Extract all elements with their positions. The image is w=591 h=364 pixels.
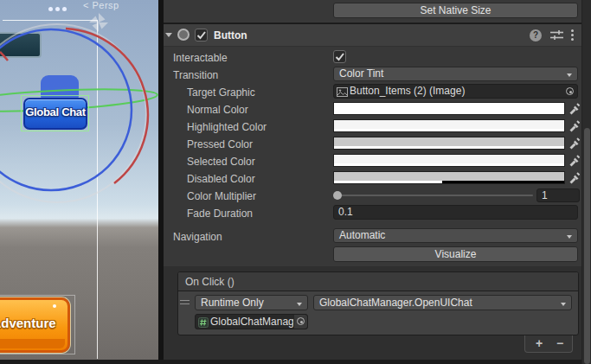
- on-click-header[interactable]: On Click (): [178, 272, 578, 291]
- transition-label: Transition: [173, 69, 218, 81]
- color-multiplier-slider-handle[interactable]: [333, 191, 342, 200]
- eyedropper-icon[interactable]: [568, 119, 580, 132]
- target-graphic-object-field[interactable]: Button_Items (2) (Image): [333, 84, 578, 99]
- disabled-color-swatch[interactable]: [333, 171, 565, 184]
- event-mode-value: Runtime Only: [201, 297, 264, 309]
- add-event-button[interactable]: +: [530, 336, 548, 350]
- scene-view[interactable]: < Persp Global Chat: [0, 0, 158, 364]
- eyedropper-icon[interactable]: [568, 102, 580, 115]
- highlighted-color-swatch[interactable]: [333, 119, 565, 132]
- adventure-button-highlight: [53, 304, 56, 308]
- component-title: Button: [214, 29, 247, 42]
- interactable-label: Interactable: [173, 52, 228, 64]
- event-method-dropdown[interactable]: GlobalChatManager.OpenUIChat: [313, 295, 572, 310]
- window-bottom-edge: [0, 360, 581, 364]
- disabled-color-label: Disabled Color: [187, 173, 255, 185]
- scrollbar-thumb[interactable]: [584, 128, 590, 364]
- chevron-down-icon: [567, 73, 572, 77]
- global-chat-label: Global Chat: [10, 105, 100, 118]
- reorder-handle-icon[interactable]: [180, 300, 190, 304]
- presets-icon[interactable]: [550, 29, 563, 41]
- script-icon: [198, 317, 209, 328]
- alpha-strip: [334, 146, 564, 149]
- foldout-arrow-icon[interactable]: [165, 33, 172, 37]
- chevron-down-icon: [567, 235, 572, 239]
- selected-color-swatch[interactable]: [333, 154, 565, 167]
- color-multiplier-label: Color Multiplier: [187, 190, 256, 202]
- unity-editor-window: < Persp Global Chat: [0, 0, 591, 364]
- inspector-scrollbar[interactable]: [581, 0, 591, 364]
- event-target-object-field[interactable]: GlobalChatManag: [195, 314, 308, 329]
- event-list-footer: + −: [524, 335, 573, 353]
- eyedropper-icon[interactable]: [568, 154, 580, 167]
- help-icon[interactable]: ?: [530, 29, 542, 42]
- checkmark-icon: [334, 51, 345, 62]
- chevron-down-icon: [561, 303, 566, 306]
- alpha-strip: [334, 112, 564, 114]
- button-component-icon: [177, 29, 190, 41]
- color-multiplier-value-field[interactable]: 1: [536, 188, 580, 202]
- kebab-menu-icon[interactable]: [571, 29, 574, 41]
- alpha-strip: [334, 163, 564, 166]
- selected-color-label: Selected Color: [187, 156, 255, 168]
- event-method-value: GlobalChatManager.OpenUIChat: [319, 297, 472, 309]
- eyedropper-icon[interactable]: [568, 137, 580, 150]
- object-picker-icon[interactable]: [565, 86, 575, 97]
- chevron-down-icon: [297, 303, 302, 306]
- eyedropper-icon[interactable]: [568, 171, 580, 184]
- navigation-label: Navigation: [173, 231, 222, 243]
- color-multiplier-slider-track[interactable]: [336, 195, 533, 196]
- checkmark-icon: [196, 29, 207, 41]
- adventure-button-shade: [0, 339, 65, 348]
- object-picker-icon: [296, 316, 306, 327]
- remove-event-button[interactable]: −: [551, 336, 569, 350]
- pressed-color-swatch[interactable]: [333, 137, 565, 150]
- image-icon: [337, 87, 348, 97]
- target-graphic-value: Button_Items (2) (Image): [350, 85, 465, 97]
- navigation-value: Automatic: [339, 229, 385, 241]
- transition-dropdown[interactable]: Color Tint: [333, 67, 578, 81]
- pressed-color-label: Pressed Color: [187, 138, 253, 150]
- set-native-size-button[interactable]: Set Native Size: [333, 3, 578, 18]
- fade-duration-field[interactable]: 0.1: [333, 205, 578, 220]
- normal-color-swatch[interactable]: [333, 102, 565, 115]
- visualize-button[interactable]: Visualize: [333, 246, 578, 262]
- interactable-checkbox[interactable]: [333, 50, 346, 63]
- transition-value: Color Tint: [339, 67, 383, 80]
- navigation-dropdown[interactable]: Automatic: [333, 228, 578, 243]
- normal-color-label: Normal Color: [187, 104, 248, 116]
- alpha-strip: [334, 181, 564, 183]
- event-target-object-value: GlobalChatManag: [210, 316, 294, 328]
- on-click-title: On Click (): [185, 276, 234, 288]
- target-graphic-label: Target Graphic: [187, 86, 255, 99]
- fade-duration-label: Fade Duration: [187, 208, 253, 220]
- highlighted-color-label: Highlighted Color: [187, 121, 267, 133]
- adventure-label: Adventure: [0, 316, 70, 330]
- object-picker-button[interactable]: [293, 315, 307, 329]
- event-mode-dropdown[interactable]: Runtime Only: [195, 295, 308, 310]
- alpha-strip: [334, 129, 564, 131]
- component-enable-checkbox[interactable]: [195, 29, 208, 42]
